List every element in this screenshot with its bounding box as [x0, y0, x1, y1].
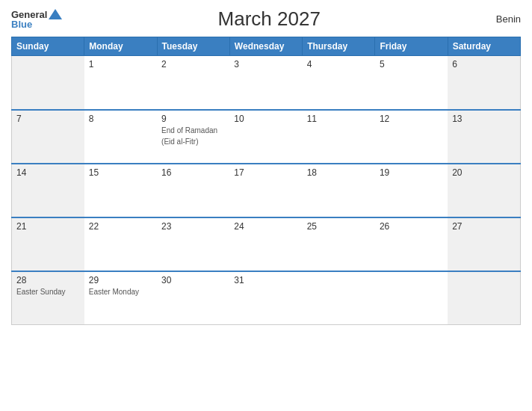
day-number: 30 [161, 275, 225, 285]
day-number: 17 [234, 167, 297, 178]
calendar-cell-w1d5: 12 [375, 110, 448, 164]
day-number: 24 [234, 221, 297, 232]
calendar-cell-w4d3: 31 [229, 271, 302, 325]
calendar-cell-w4d0: 28Easter Sunday [12, 271, 84, 325]
calendar-cell-w4d1: 29Easter Monday [84, 271, 157, 325]
calendar-cell-w0d0 [12, 56, 84, 110]
calendar-cell-w2d3: 17 [229, 164, 302, 217]
calendar-cell-w0d1: 1 [84, 56, 157, 110]
event-label: Easter Monday [89, 287, 152, 297]
calendar-thead: SundayMondayTuesdayWednesdayThursdayFrid… [12, 37, 521, 56]
weekday-header-row: SundayMondayTuesdayWednesdayThursdayFrid… [12, 37, 521, 56]
svg-marker-0 [49, 9, 62, 19]
logo-blue-text: Blue [11, 19, 32, 29]
calendar-cell-w2d2: 16 [157, 164, 229, 217]
calendar-page: General Blue March 2027 Benin SundayMond… [0, 0, 532, 411]
day-number: 9 [161, 114, 225, 124]
calendar-cell-w1d4: 11 [303, 110, 375, 164]
calendar-cell-w3d3: 24 [229, 217, 302, 271]
calendar-cell-w4d2: 30 [157, 271, 229, 325]
calendar-cell-w1d2: 9End of Ramadan(Eid al-Fitr) [157, 110, 229, 164]
calendar-cell-w1d1: 8 [84, 110, 157, 164]
calendar-cell-w2d6: 20 [448, 164, 520, 217]
event-label: Easter Sunday [16, 287, 80, 297]
week-row-3: 21222324252627 [12, 217, 521, 271]
calendar-cell-w2d1: 15 [84, 164, 157, 217]
calendar-cell-w4d4 [303, 271, 375, 325]
logo-triangle-icon [49, 9, 62, 19]
day-number: 31 [234, 275, 297, 285]
day-number: 26 [380, 221, 443, 232]
weekday-header-tuesday: Tuesday [157, 37, 229, 56]
calendar-cell-w2d4: 18 [303, 164, 375, 217]
day-number: 16 [161, 167, 225, 178]
day-number: 22 [89, 221, 152, 232]
event-label: End of Ramadan [161, 126, 225, 135]
day-number: 20 [452, 167, 516, 178]
day-number: 8 [89, 114, 152, 124]
day-number: 12 [380, 114, 443, 124]
logo: General Blue [11, 9, 62, 29]
calendar-tbody: 123456789End of Ramadan(Eid al-Fitr)1011… [12, 56, 521, 325]
weekday-header-monday: Monday [84, 37, 157, 56]
day-number: 27 [452, 221, 516, 232]
day-number: 5 [380, 59, 443, 69]
weekday-header-saturday: Saturday [448, 37, 520, 56]
day-number: 19 [380, 167, 443, 178]
calendar-cell-w1d6: 13 [448, 110, 520, 164]
weekday-header-friday: Friday [375, 37, 448, 56]
calendar-cell-w4d6 [448, 271, 520, 325]
calendar-cell-w2d5: 19 [375, 164, 448, 217]
day-number: 18 [307, 167, 371, 178]
calendar-table: SundayMondayTuesdayWednesdayThursdayFrid… [11, 37, 521, 325]
calendar-cell-w3d2: 23 [157, 217, 229, 271]
weekday-header-sunday: Sunday [12, 37, 84, 56]
week-row-0: 123456 [12, 56, 521, 110]
day-number: 15 [89, 167, 152, 178]
weekday-header-wednesday: Wednesday [229, 37, 302, 56]
calendar-cell-w3d0: 21 [12, 217, 84, 271]
calendar-cell-w3d5: 26 [375, 217, 448, 271]
day-number: 1 [89, 59, 152, 69]
calendar-cell-w3d6: 27 [448, 217, 520, 271]
day-number: 25 [307, 221, 371, 232]
day-number: 29 [89, 275, 152, 285]
weekday-header-thursday: Thursday [303, 37, 375, 56]
logo-general-text: General [11, 10, 47, 19]
event-label: (Eid al-Fitr) [161, 137, 225, 146]
calendar-cell-w0d3: 3 [229, 56, 302, 110]
day-number: 3 [234, 59, 297, 69]
calendar-cell-w1d3: 10 [229, 110, 302, 164]
calendar-cell-w2d0: 14 [12, 164, 84, 217]
calendar-cell-w1d0: 7 [12, 110, 84, 164]
day-number: 23 [161, 221, 225, 232]
calendar-title: March 2027 [62, 7, 476, 31]
calendar-cell-w0d4: 4 [303, 56, 375, 110]
day-number: 4 [307, 59, 371, 69]
calendar-cell-w0d2: 2 [157, 56, 229, 110]
calendar-cell-w3d4: 25 [303, 217, 375, 271]
day-number: 2 [161, 59, 225, 69]
country-label: Benin [476, 13, 521, 25]
day-number: 21 [16, 221, 80, 232]
calendar-header: General Blue March 2027 Benin [11, 7, 521, 31]
calendar-cell-w4d5 [375, 271, 448, 325]
calendar-cell-w0d5: 5 [375, 56, 448, 110]
week-row-1: 789End of Ramadan(Eid al-Fitr)10111213 [12, 110, 521, 164]
week-row-2: 14151617181920 [12, 164, 521, 217]
day-number: 28 [16, 275, 80, 285]
day-number: 7 [16, 114, 80, 124]
day-number: 14 [16, 167, 80, 178]
calendar-cell-w3d1: 22 [84, 217, 157, 271]
day-number: 6 [452, 59, 516, 69]
day-number: 11 [307, 114, 371, 124]
day-number: 10 [234, 114, 297, 124]
week-row-4: 28Easter Sunday29Easter Monday3031 [12, 271, 521, 325]
day-number: 13 [452, 114, 516, 124]
calendar-cell-w0d6: 6 [448, 56, 520, 110]
